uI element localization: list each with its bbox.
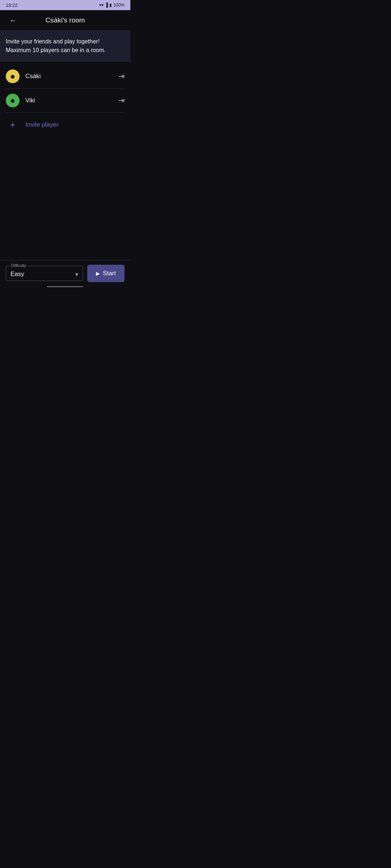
difficulty-value-container: Easy ▾ xyxy=(10,271,78,278)
chevron-down-icon: ▾ xyxy=(75,271,78,278)
signal-icon: ▐ xyxy=(105,3,108,8)
difficulty-selected-value: Easy xyxy=(10,271,24,278)
exit-room-icon[interactable]: ⇥ xyxy=(118,72,125,81)
avatar: ● xyxy=(6,94,20,107)
status-time: 19:22 xyxy=(6,3,18,8)
plus-icon: + xyxy=(10,120,15,130)
person-icon: ● xyxy=(10,71,16,81)
info-line2: Maximum 10 players can be in a room. xyxy=(6,47,106,53)
players-list: ● Csáki ⇥ ● Viki ⇥ + Invite player xyxy=(0,61,130,140)
wifi-icon: ▾▾ xyxy=(99,3,104,8)
avatar: ● xyxy=(6,69,20,83)
player-name: Viki xyxy=(25,97,118,104)
add-icon-container: + xyxy=(6,118,20,132)
app-bar: ← Csáki's room xyxy=(0,10,130,30)
status-icons: ▾▾ ▐ ▮ 100% xyxy=(99,3,125,8)
difficulty-dropdown[interactable]: Difficulty Easy ▾ xyxy=(6,266,83,281)
info-banner: Invite your friends and play together! M… xyxy=(0,30,130,61)
play-icon: ▶ xyxy=(96,271,100,276)
player-name: Csáki xyxy=(25,73,118,80)
battery-icon: ▮ xyxy=(109,3,112,8)
exit-room-icon[interactable]: ⇥ xyxy=(118,96,125,105)
info-line1: Invite your friends and play together! xyxy=(6,38,100,44)
info-text: Invite your friends and play together! M… xyxy=(6,37,125,55)
player-item[interactable]: ● Viki ⇥ xyxy=(0,89,130,112)
bottom-bar: Difficulty Easy ▾ ▶ Start xyxy=(0,260,130,289)
difficulty-label: Difficulty xyxy=(10,263,28,268)
start-label: Start xyxy=(103,270,116,277)
page-title: Csáki's room xyxy=(45,16,85,24)
player-item[interactable]: ● Csáki ⇥ xyxy=(0,64,130,88)
nav-indicator xyxy=(47,286,83,287)
start-button[interactable]: ▶ Start xyxy=(87,265,125,282)
battery-percentage: 100% xyxy=(113,3,125,8)
invite-player-button[interactable]: + Invite player xyxy=(0,113,130,137)
back-button[interactable]: ← xyxy=(6,13,20,27)
invite-player-label: Invite player xyxy=(25,121,59,128)
status-bar: 19:22 ▾▾ ▐ ▮ 100% xyxy=(0,0,130,10)
back-arrow-icon: ← xyxy=(9,16,17,25)
person-icon: ● xyxy=(10,95,16,106)
